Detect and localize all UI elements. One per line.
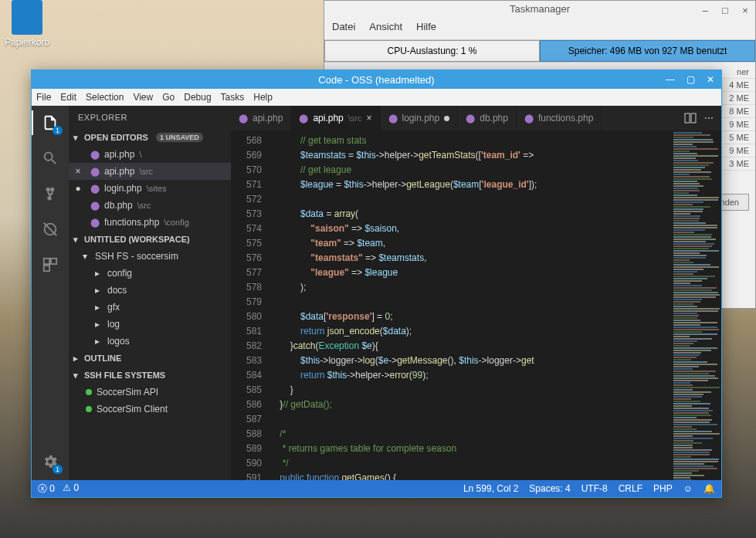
menu-view[interactable]: View: [133, 92, 153, 103]
editor-tab[interactable]: ⬤api.php: [231, 106, 291, 130]
workspace-header[interactable]: ▾ UNTITLED (WORKSPACE): [69, 231, 231, 248]
activity-scm[interactable]: [39, 183, 61, 205]
menu-go[interactable]: Go: [162, 92, 175, 103]
file-name: functions.php: [104, 217, 159, 228]
status-dot-icon: [86, 389, 92, 395]
taskmgr-min[interactable]: –: [698, 2, 712, 19]
taskmgr-titlebar[interactable]: Taskmanager – □ ×: [324, 1, 755, 18]
search-icon: [42, 150, 59, 167]
taskmgr-menu-view[interactable]: Ansicht: [369, 21, 402, 36]
menu-file[interactable]: File: [36, 92, 51, 103]
status-language[interactable]: PHP: [653, 483, 673, 494]
line-number: 569: [231, 148, 262, 163]
ssh-item[interactable]: SoccerSim Client: [69, 401, 231, 418]
activity-settings[interactable]: 1: [39, 451, 61, 472]
tab-name: login.php: [402, 113, 440, 124]
editor-tab[interactable]: ⬤api.php\src×: [291, 106, 380, 130]
php-icon: ⬤: [524, 113, 534, 124]
vscode-window[interactable]: Code - OSS (headmelted) — ▢ ✕ FileEditSe…: [31, 69, 722, 498]
folder-item[interactable]: ▸config: [69, 265, 231, 282]
open-editor-item[interactable]: ⬤functions.php\config: [69, 214, 231, 231]
svg-rect-3: [51, 259, 56, 264]
vscode-min[interactable]: —: [664, 74, 676, 85]
menu-debug[interactable]: Debug: [184, 92, 211, 103]
menu-edit[interactable]: Edit: [60, 92, 76, 103]
activity-extensions[interactable]: [39, 254, 61, 276]
settings-badge: 1: [53, 465, 63, 474]
menu-selection[interactable]: Selection: [86, 92, 124, 103]
activity-debug[interactable]: [39, 218, 61, 240]
editor-tab[interactable]: ⬤functions.php: [517, 106, 602, 130]
file-name: login.php: [104, 183, 142, 194]
status-warnings[interactable]: ⚠ 0: [63, 482, 79, 496]
editor-tab[interactable]: ⬤db.php: [458, 106, 517, 130]
tab-name: api.php: [313, 113, 343, 124]
open-editor-item[interactable]: ●⬤login.php\sites: [69, 180, 231, 197]
desktop-trash[interactable]: Papierkorb: [0, 0, 54, 48]
minimap[interactable]: [672, 130, 721, 480]
trash-icon: [12, 0, 42, 35]
open-editor-item[interactable]: ⬤db.php\src: [69, 197, 231, 214]
folder-item[interactable]: ▸logos: [69, 333, 231, 350]
activity-bar: 1 1: [32, 106, 69, 480]
php-icon: ⬤: [90, 150, 100, 160]
chevron-down-icon: ▾: [73, 235, 81, 245]
folder-item[interactable]: ▸docs: [69, 282, 231, 299]
php-icon: ⬤: [90, 167, 100, 177]
vscode-title: Code - OSS (headmelted): [318, 74, 434, 86]
status-encoding[interactable]: UTF-8: [581, 483, 608, 494]
taskmgr-menu-file[interactable]: Datei: [332, 21, 355, 36]
line-number: 578: [231, 280, 262, 295]
menu-help[interactable]: Help: [253, 92, 273, 103]
line-number: 588: [231, 427, 262, 442]
status-bell-icon[interactable]: 🔔: [703, 483, 715, 494]
menu-tasks[interactable]: Tasks: [221, 92, 245, 103]
taskmgr-max[interactable]: □: [718, 2, 732, 19]
line-number: 575: [231, 236, 262, 251]
activity-search[interactable]: [39, 147, 61, 169]
tab-name: api.php: [253, 113, 283, 124]
taskmgr-menu-help[interactable]: Hilfe: [416, 21, 436, 36]
taskmgr-title: Taskmanager: [510, 3, 570, 15]
taskmgr-close[interactable]: ×: [738, 2, 752, 19]
split-editor-icon[interactable]: [684, 112, 697, 124]
status-feedback-icon[interactable]: ☺: [683, 483, 693, 494]
folder-sshfs[interactable]: ▾ SSH FS - soccersim: [69, 248, 231, 265]
folder-item[interactable]: ▸gfx: [69, 299, 231, 316]
open-editor-item[interactable]: ⬤api.php\: [69, 146, 231, 163]
ssh-item[interactable]: SoccerSim API: [69, 384, 231, 401]
close-icon[interactable]: ×: [366, 113, 371, 124]
taskmgr-tab-memory[interactable]: Speicher: 496 MB von 927 MB benutzt: [540, 40, 755, 62]
vscode-close[interactable]: ✕: [704, 74, 717, 85]
vscode-titlebar[interactable]: Code - OSS (headmelted) — ▢ ✕: [32, 70, 721, 89]
taskmgr-menubar: Datei Ansicht Hilfe: [324, 18, 755, 39]
activity-explorer[interactable]: 1: [39, 112, 61, 134]
outline-header[interactable]: ▸ OUTLINE: [69, 350, 231, 367]
folder-item[interactable]: ▸log: [69, 316, 231, 333]
line-number: 587: [231, 412, 262, 427]
open-editors-header[interactable]: ▾ OPEN EDITORS 1 UNSAVED: [69, 129, 231, 146]
code-editor[interactable]: // get team stats $teamstats = $this->he…: [270, 130, 672, 480]
more-icon[interactable]: ⋯: [704, 113, 714, 124]
status-bar: ⓧ 0 ⚠ 0 Ln 599, Col 2 Spaces: 4 UTF-8 CR…: [32, 480, 721, 497]
status-eol[interactable]: CRLF: [619, 483, 642, 494]
status-lncol[interactable]: Ln 599, Col 2: [463, 483, 518, 494]
folder-name: SSH FS - soccersim: [95, 251, 178, 262]
svg-rect-2: [44, 259, 49, 264]
vscode-max[interactable]: ▢: [684, 74, 697, 85]
php-icon: ⬤: [388, 113, 398, 124]
svg-rect-5: [685, 113, 690, 123]
line-number: 579: [231, 295, 262, 310]
chevron-right-icon: ▸: [95, 336, 103, 347]
dirty-dot-icon: [444, 116, 449, 121]
open-editor-item[interactable]: ×⬤api.php\src: [69, 163, 231, 180]
editor-tab[interactable]: ⬤login.php: [381, 106, 459, 130]
taskmgr-tab-cpu[interactable]: CPU-Auslastung: 1 %: [324, 40, 540, 62]
status-errors[interactable]: ⓧ 0: [38, 482, 55, 496]
ssh-header[interactable]: ▾ SSH FILE SYSTEMS: [69, 367, 231, 384]
editor-group: ⬤api.php⬤api.php\src×⬤login.php⬤db.php⬤f…: [231, 106, 721, 480]
status-spaces[interactable]: Spaces: 4: [529, 483, 570, 494]
line-number: 568: [231, 134, 262, 148]
ssh-title: SSH FILE SYSTEMS: [84, 371, 165, 380]
close-icon[interactable]: ×: [73, 166, 83, 177]
